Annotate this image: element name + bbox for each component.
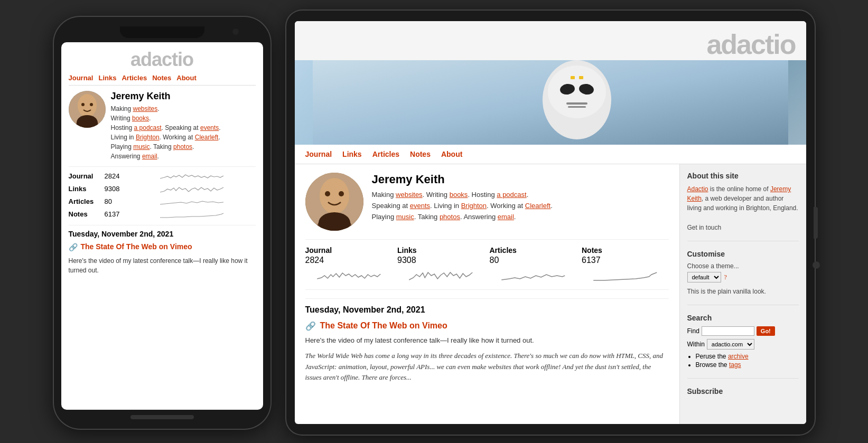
svg-point-4 [90, 103, 93, 106]
tablet-stat-journal: Journal 2824 [305, 246, 393, 283]
sidebar-archive-link[interactable]: archive [728, 353, 749, 360]
tablet-hero-image [295, 60, 806, 145]
tablet-profile: Jeremy Keith Making websites. Writing bo… [305, 173, 669, 231]
tablet-nav-links[interactable]: Links [342, 150, 362, 158]
tablet-bio-podcast[interactable]: a podcast [497, 191, 526, 199]
tablet-nav-about[interactable]: About [441, 150, 462, 158]
phone-article-link[interactable]: The State Of The Web on Vimeo [81, 242, 192, 251]
svg-point-8 [548, 65, 606, 118]
sidebar-search-row: Find Go! [687, 326, 799, 336]
phone-profile-info: Jeremy Keith Making websites. Writing bo… [111, 91, 221, 161]
tablet-side-button[interactable] [814, 207, 818, 239]
tablet-stats-grid: Journal 2824 Links 9308 Ar [305, 239, 669, 290]
phone-date: Tuesday, November 2nd, 2021 [69, 225, 256, 238]
phone-nav-links[interactable]: Links [98, 74, 116, 82]
sidebar-theme-label: Choose a theme... [687, 262, 799, 270]
phone-nav-notes[interactable]: Notes [152, 74, 171, 82]
phone-sparkline-articles [128, 196, 256, 207]
phone-camera [232, 29, 239, 35]
sidebar-about-text: Adactio is the online home of Jeremy Kei… [687, 184, 799, 213]
tablet-sparkline-journal [305, 267, 393, 283]
tablet-nav-notes[interactable]: Notes [410, 150, 431, 158]
sidebar-get-in-touch-link[interactable]: Get in touch [687, 224, 722, 231]
sidebar-subscribe: Subscribe [687, 387, 799, 408]
phone-bio-brighton[interactable]: Brighton [136, 134, 160, 141]
tablet-frame: adactio [286, 11, 815, 435]
sidebar-about-title: About this site [687, 172, 799, 180]
tablet-main: Jeremy Keith Making websites. Writing bo… [295, 164, 679, 424]
phone-article-title-row: 🔗 The State Of The Web on Vimeo [69, 242, 256, 252]
tablet-stat-articles: Articles 80 [490, 246, 577, 283]
phone-bio-podcast[interactable]: a podcast [134, 124, 162, 131]
tablet-screen: adactio [295, 21, 806, 424]
phone-stat-notes: Notes 6137 [69, 209, 256, 220]
tablet-bio-photos[interactable]: photos [440, 213, 460, 221]
phone-nav-about[interactable]: About [176, 74, 197, 82]
phone-sparkline-journal [128, 171, 256, 182]
tablet-date: Tuesday, November 2nd, 2021 [305, 298, 669, 315]
tablet-bio: Making websites. Writing books. Hosting … [372, 190, 553, 222]
sidebar-search-title: Search [687, 314, 799, 322]
sidebar-find-label: Find [687, 327, 699, 335]
phone-bio-books[interactable]: books [132, 115, 149, 122]
sidebar-tags-item: Browse the tags [696, 361, 799, 369]
sidebar-tags-link[interactable]: tags [729, 361, 741, 369]
phone-bio-websites[interactable]: websites [133, 105, 158, 112]
phone-bio: Making websites. Writing books. Hosting … [111, 104, 221, 161]
sidebar-theme-help[interactable]: ? [724, 274, 727, 281]
phone-bio-photos[interactable]: photos [173, 143, 192, 150]
phone-screen: adactio Journal Links Articles Notes Abo… [61, 42, 263, 410]
phone-bio-events[interactable]: events [200, 124, 219, 131]
phone-stat-links: Links 9308 [69, 184, 256, 194]
sidebar-theme-select[interactable]: default [687, 272, 721, 282]
sidebar-customise: Customise Choose a theme... default ? Th… [687, 250, 799, 305]
sidebar-within-label: Within [687, 341, 705, 348]
svg-rect-13 [571, 76, 575, 79]
phone-bio-music[interactable]: music [133, 143, 150, 150]
tablet-article-link[interactable]: The State Of The Web on Vimeo [320, 321, 447, 331]
tablet-sparkline-links [397, 267, 484, 283]
tablet-bio-clearleft[interactable]: Clearleft [525, 202, 550, 210]
svg-rect-12 [568, 106, 586, 108]
tablet-sparkline-notes [582, 267, 669, 283]
tablet-avatar [305, 173, 363, 231]
svg-point-19 [339, 191, 344, 196]
tablet-header: adactio [295, 21, 806, 60]
phone-frame: adactio Journal Links Articles Notes Abo… [54, 17, 270, 429]
tablet-nav-articles[interactable]: Articles [372, 150, 399, 158]
phone-stat-articles: Articles 80 [69, 196, 256, 207]
svg-point-18 [325, 191, 330, 196]
sidebar-archive-item: Peruse the archive [696, 353, 799, 360]
sidebar-within-select[interactable]: adactio.com [707, 339, 754, 350]
tablet-sidebar: About this site Adactio is the online ho… [679, 164, 806, 424]
tablet-bio-music[interactable]: music [396, 213, 414, 221]
tablet-article-title-row: 🔗 The State Of The Web on Vimeo [305, 321, 669, 331]
phone-nav-articles[interactable]: Articles [122, 74, 147, 82]
sidebar-subscribe-title: Subscribe [687, 387, 799, 395]
tablet-bio-books[interactable]: books [450, 191, 468, 199]
tablet-bio-websites[interactable]: websites [396, 191, 423, 199]
sidebar-theme-desc: This is the plain vanilla look. [687, 287, 799, 296]
tablet-profile-info: Jeremy Keith Making websites. Writing bo… [372, 173, 553, 222]
phone-profile: Jeremy Keith Making websites. Writing bo… [69, 91, 256, 161]
phone-home-button[interactable] [130, 415, 194, 419]
phone-bio-email[interactable]: email [142, 153, 157, 160]
sidebar-go-button[interactable]: Go! [757, 326, 775, 336]
sidebar-theme-row: default ? [687, 272, 799, 282]
phone-nav-journal[interactable]: Journal [69, 74, 94, 82]
tablet-bio-events[interactable]: events [410, 202, 430, 210]
tablet-stat-notes: Notes 6137 [582, 246, 669, 283]
tablet-nav-journal[interactable]: Journal [305, 150, 332, 158]
tablet-bio-email[interactable]: email [498, 213, 514, 221]
phone-bio-clearleft[interactable]: Clearleft [195, 134, 219, 141]
tablet-home-button[interactable] [813, 261, 820, 269]
phone-sparkline-notes [128, 209, 256, 220]
tablet-article-blockquote: The World Wide Web has come a long way i… [305, 351, 669, 383]
tablet-bio-brighton[interactable]: Brighton [461, 202, 487, 210]
svg-rect-11 [566, 102, 587, 105]
svg-point-3 [81, 103, 85, 106]
phone-sparkline-links [128, 184, 256, 194]
phone-nav: Journal Links Articles Notes About [69, 74, 256, 86]
sidebar-adactio-link[interactable]: Adactio [687, 185, 708, 193]
sidebar-search-input[interactable] [702, 326, 754, 336]
